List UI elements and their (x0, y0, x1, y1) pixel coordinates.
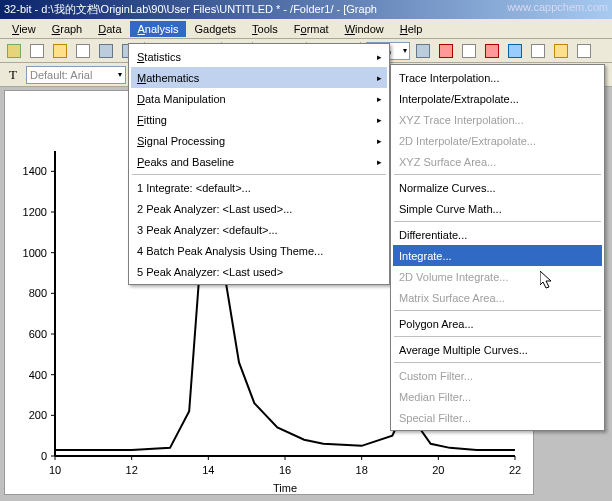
menu-tools[interactable]: Tools (244, 21, 286, 37)
svg-text:1200: 1200 (23, 206, 47, 218)
menu-statistics[interactable]: Statistics (131, 46, 387, 67)
svg-text:Time: Time (273, 482, 297, 494)
tool-3[interactable] (50, 41, 70, 61)
menu-custom-filter[interactable]: Custom Filter... (393, 365, 602, 386)
menu-trace-interpolation[interactable]: Trace Interpolation... (393, 67, 602, 88)
menu-mathematics[interactable]: Mathematics (131, 67, 387, 88)
svg-text:200: 200 (29, 409, 47, 421)
menu-view[interactable]: View (4, 21, 44, 37)
svg-text:600: 600 (29, 328, 47, 340)
svg-text:20: 20 (432, 464, 444, 476)
menu-average-multiple-curves[interactable]: Average Multiple Curves... (393, 339, 602, 360)
menu-recent-1[interactable]: 1 Integrate: <default>... (131, 177, 387, 198)
tool-2[interactable] (27, 41, 47, 61)
font-combo[interactable]: Default: Arial (26, 66, 126, 84)
menu-median-filter[interactable]: Median Filter... (393, 386, 602, 407)
menu-data-manipulation[interactable]: Data Manipulation (131, 88, 387, 109)
svg-text:0: 0 (41, 450, 47, 462)
svg-text:1400: 1400 (23, 165, 47, 177)
analysis-menu: Statistics Mathematics Data Manipulation… (128, 43, 390, 285)
menu-recent-5[interactable]: 5 Peak Analyzer: <Last used> (131, 261, 387, 282)
tool-15[interactable] (528, 41, 548, 61)
window-title: 32-bit - d:\我的文档\OriginLab\90\User Files… (4, 2, 377, 17)
tool-13[interactable] (482, 41, 502, 61)
svg-text:22: 22 (509, 464, 521, 476)
svg-text:14: 14 (202, 464, 214, 476)
menu-recent-2[interactable]: 2 Peak Analyzer: <Last used>... (131, 198, 387, 219)
svg-text:1000: 1000 (23, 247, 47, 259)
svg-text:800: 800 (29, 287, 47, 299)
tool-5[interactable] (96, 41, 116, 61)
menu-window[interactable]: Window (337, 21, 392, 37)
menu-special-filter[interactable]: Special Filter... (393, 407, 602, 428)
watermark: www.cappchem.com (507, 1, 608, 13)
menu-2d-interpolate[interactable]: 2D Interpolate/Extrapolate... (393, 130, 602, 151)
svg-text:10: 10 (49, 464, 61, 476)
tool-16[interactable] (551, 41, 571, 61)
menu-polygon-area[interactable]: Polygon Area... (393, 313, 602, 334)
menu-matrix-surface-area[interactable]: Matrix Surface Area... (393, 287, 602, 308)
menu-normalize-curves[interactable]: Normalize Curves... (393, 177, 602, 198)
menu-signal-processing[interactable]: Signal Processing (131, 130, 387, 151)
tool-14[interactable] (505, 41, 525, 61)
tool-4[interactable] (73, 41, 93, 61)
svg-text:16: 16 (279, 464, 291, 476)
menu-format[interactable]: Format (286, 21, 337, 37)
tool-10[interactable] (413, 41, 433, 61)
tool-12[interactable] (459, 41, 479, 61)
tool-11[interactable] (436, 41, 456, 61)
menu-gadgets[interactable]: Gadgets (186, 21, 244, 37)
tool-1[interactable] (4, 41, 24, 61)
svg-text:12: 12 (126, 464, 138, 476)
menu-differentiate[interactable]: Differentiate... (393, 224, 602, 245)
menu-integrate[interactable]: Integrate... (393, 245, 602, 266)
menu-data[interactable]: Data (90, 21, 129, 37)
menu-recent-3[interactable]: 3 Peak Analyzer: <default>... (131, 219, 387, 240)
menu-xyz-trace-interpolation[interactable]: XYZ Trace Interpolation... (393, 109, 602, 130)
svg-text:400: 400 (29, 369, 47, 381)
menu-graph[interactable]: Graph (44, 21, 91, 37)
menu-help[interactable]: Help (392, 21, 431, 37)
svg-text:18: 18 (356, 464, 368, 476)
menu-interpolate-extrapolate[interactable]: Interpolate/Extrapolate... (393, 88, 602, 109)
menu-2d-volume-integrate[interactable]: 2D Volume Integrate... (393, 266, 602, 287)
menu-bar: View Graph Data Analysis Gadgets Tools F… (0, 19, 612, 39)
text-tool[interactable]: T (4, 65, 22, 85)
menu-simple-curve-math[interactable]: Simple Curve Math... (393, 198, 602, 219)
tool-17[interactable] (574, 41, 594, 61)
menu-recent-4[interactable]: 4 Batch Peak Analysis Using Theme... (131, 240, 387, 261)
mathematics-submenu: Trace Interpolation... Interpolate/Extra… (390, 64, 605, 431)
menu-peaks-baseline[interactable]: Peaks and Baseline (131, 151, 387, 172)
menu-analysis[interactable]: Analysis (130, 21, 187, 37)
menu-xyz-surface-area[interactable]: XYZ Surface Area... (393, 151, 602, 172)
menu-fitting[interactable]: Fitting (131, 109, 387, 130)
